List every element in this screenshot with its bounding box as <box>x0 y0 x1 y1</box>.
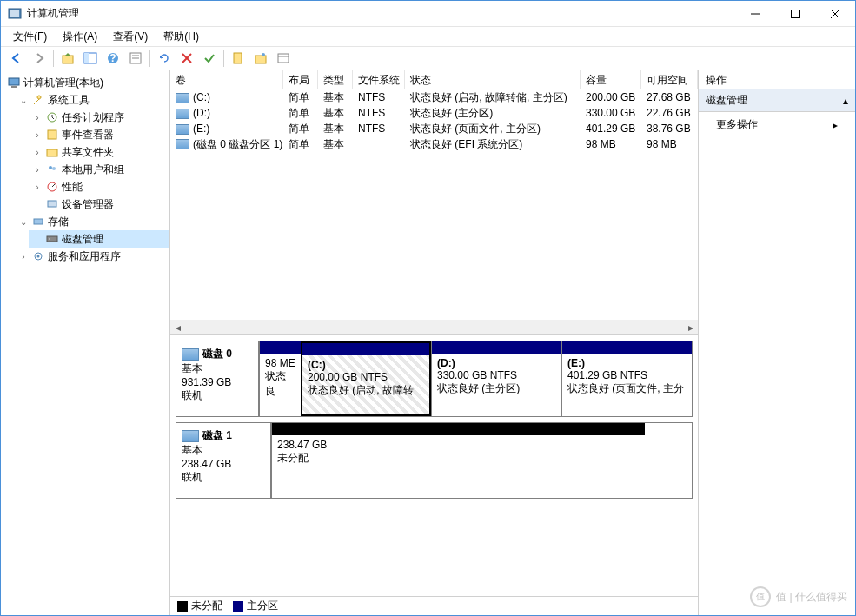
properties-button[interactable] <box>125 48 146 69</box>
new-button[interactable] <box>228 48 249 69</box>
device-icon <box>45 197 59 211</box>
partition[interactable]: 238.47 GB未分配 <box>271 423 645 498</box>
show-hide-tree-button[interactable] <box>80 48 101 69</box>
legend: 未分配 主分区 <box>170 596 698 615</box>
chevron-right-icon: ▸ <box>833 119 838 131</box>
main-area: 计算机管理(本地) ⌄ 系统工具 ›任务计划程序 ›事件查看器 ›共享文件夹 ›… <box>1 70 855 615</box>
expand-icon[interactable]: › <box>32 113 43 123</box>
col-layout[interactable]: 布局 <box>283 70 318 89</box>
svg-point-18 <box>262 53 265 56</box>
minimize-button[interactable] <box>735 1 775 27</box>
volume-header: 卷 布局 类型 文件系统 状态 容量 可用空间 <box>170 70 698 89</box>
scroll-left-icon[interactable]: ◂ <box>170 320 185 334</box>
disk-icon <box>182 348 199 361</box>
delete-button[interactable] <box>176 48 197 69</box>
disk-icon <box>182 430 199 442</box>
svg-rect-1 <box>10 10 19 17</box>
expand-icon[interactable]: › <box>32 130 43 140</box>
disk-partitions: 98 ME状态良(C:)200.00 GB NTFS状态良好 (启动, 故障转(… <box>259 341 693 417</box>
settings-button[interactable] <box>250 48 271 69</box>
tree-event-viewer[interactable]: ›事件查看器 <box>29 126 169 143</box>
back-button[interactable] <box>6 48 27 69</box>
actions-section-label: 磁盘管理 <box>706 93 747 108</box>
volume-row[interactable]: (C:)简单基本NTFS状态良好 (启动, 故障转储, 主分区)200.00 G… <box>170 89 698 105</box>
disk-label[interactable]: 磁盘 1基本238.47 GB联机 <box>176 422 271 499</box>
col-type[interactable]: 类型 <box>318 70 353 89</box>
disk-row[interactable]: 磁盘 1基本238.47 GB联机238.47 GB未分配 <box>176 422 693 499</box>
actions-section[interactable]: 磁盘管理 ▴ <box>699 89 855 112</box>
col-filesystem[interactable]: 文件系统 <box>353 70 405 89</box>
help-button[interactable]: ? <box>103 48 123 69</box>
list-button[interactable] <box>273 48 294 69</box>
expand-icon[interactable]: › <box>32 148 43 157</box>
volume-list: 卷 布局 类型 文件系统 状态 容量 可用空间 (C:)简单基本NTFS状态良好… <box>170 70 698 335</box>
drive-icon <box>176 109 189 119</box>
up-button[interactable] <box>57 48 78 69</box>
tree-shared-folders[interactable]: ›共享文件夹 <box>29 143 169 161</box>
volume-row[interactable]: (E:)简单基本NTFS状态良好 (页面文件, 主分区)401.29 GB38.… <box>170 121 698 136</box>
tree-root[interactable]: 计算机管理(本地) <box>1 74 169 91</box>
disk-label[interactable]: 磁盘 0基本931.39 GB联机 <box>176 341 259 417</box>
menu-action[interactable]: 操作(A) <box>56 28 104 46</box>
tree-local-users[interactable]: ›本地用户和组 <box>29 161 169 178</box>
tree-performance[interactable]: ›性能 <box>29 178 169 195</box>
legend-unallocated: 未分配 <box>177 599 222 613</box>
volume-row[interactable]: (磁盘 0 磁盘分区 1)简单基本状态良好 (EFI 系统分区)98 MB98 … <box>170 136 698 152</box>
expand-icon[interactable]: › <box>18 252 29 262</box>
disk-row[interactable]: 磁盘 0基本931.39 GB联机98 ME状态良(C:)200.00 GB N… <box>176 341 693 417</box>
partition[interactable]: (E:)401.29 GB NTFS状态良好 (页面文件, 主分 <box>561 341 692 416</box>
svg-rect-8 <box>84 53 89 63</box>
menu-file[interactable]: 文件(F) <box>6 28 54 46</box>
tree-label: 任务计划程序 <box>62 110 124 125</box>
volume-rows[interactable]: (C:)简单基本NTFS状态良好 (启动, 故障转储, 主分区)200.00 G… <box>170 89 698 320</box>
storage-icon <box>31 215 45 229</box>
titlebar: 计算机管理 <box>1 1 855 27</box>
collapse-icon[interactable]: ⌄ <box>18 96 29 105</box>
maximize-button[interactable] <box>775 1 815 27</box>
tree-disk-management[interactable]: 磁盘管理 <box>29 230 169 248</box>
tree-device-manager[interactable]: 设备管理器 <box>29 195 169 213</box>
navigation-tree[interactable]: 计算机管理(本地) ⌄ 系统工具 ›任务计划程序 ›事件查看器 ›共享文件夹 ›… <box>1 70 170 615</box>
close-button[interactable] <box>815 1 855 27</box>
menu-view[interactable]: 查看(V) <box>106 28 155 46</box>
scroll-right-icon[interactable]: ▸ <box>683 320 698 334</box>
ok-button[interactable] <box>199 48 220 69</box>
drive-icon <box>176 124 189 135</box>
center-panel: 卷 布局 类型 文件系统 状态 容量 可用空间 (C:)简单基本NTFS状态良好… <box>170 70 699 615</box>
volume-row[interactable]: (D:)简单基本NTFS状态良好 (主分区)330.00 GB22.76 GB <box>170 105 698 121</box>
col-volume[interactable]: 卷 <box>170 70 283 89</box>
tree-task-scheduler[interactable]: ›任务计划程序 <box>29 109 169 126</box>
disk-graphical-view[interactable]: 磁盘 0基本931.39 GB联机98 ME状态良(C:)200.00 GB N… <box>170 335 698 596</box>
horizontal-scrollbar[interactable]: ◂ ▸ <box>170 320 698 334</box>
svg-rect-16 <box>234 53 242 63</box>
svg-rect-30 <box>34 219 43 224</box>
forward-button[interactable] <box>29 48 50 69</box>
tree-services[interactable]: › 服务和应用程序 <box>15 248 169 265</box>
actions-header: 操作 <box>699 70 855 89</box>
refresh-button[interactable] <box>154 48 175 69</box>
col-status[interactable]: 状态 <box>405 70 581 89</box>
partition[interactable]: (D:)330.00 GB NTFS状态良好 (主分区) <box>431 341 561 416</box>
collapse-icon[interactable]: ⌄ <box>18 217 29 227</box>
expand-icon[interactable]: › <box>32 182 43 192</box>
users-icon <box>45 162 59 176</box>
legend-label: 未分配 <box>191 599 222 613</box>
drive-icon <box>176 93 189 103</box>
svg-rect-6 <box>63 56 73 63</box>
legend-primary: 主分区 <box>233 599 278 613</box>
tree-label: 事件查看器 <box>62 128 114 142</box>
col-free[interactable]: 可用空间 <box>641 70 698 89</box>
collapse-icon[interactable]: ▴ <box>843 95 848 107</box>
menu-help[interactable]: 帮助(H) <box>156 28 206 46</box>
tree-system-tools[interactable]: ⌄ 系统工具 <box>15 91 169 109</box>
toolbar: ? <box>1 46 855 70</box>
tree-storage[interactable]: ⌄ 存储 <box>15 213 169 230</box>
partition[interactable]: 98 ME状态良 <box>259 341 301 416</box>
svg-rect-29 <box>48 201 56 207</box>
svg-rect-31 <box>47 236 57 242</box>
svg-point-34 <box>37 255 40 258</box>
col-capacity[interactable]: 容量 <box>581 70 641 89</box>
partition[interactable]: (C:)200.00 GB NTFS状态良好 (启动, 故障转 <box>301 341 431 416</box>
expand-icon[interactable]: › <box>32 165 43 175</box>
actions-more[interactable]: 更多操作 ▸ <box>699 112 855 137</box>
